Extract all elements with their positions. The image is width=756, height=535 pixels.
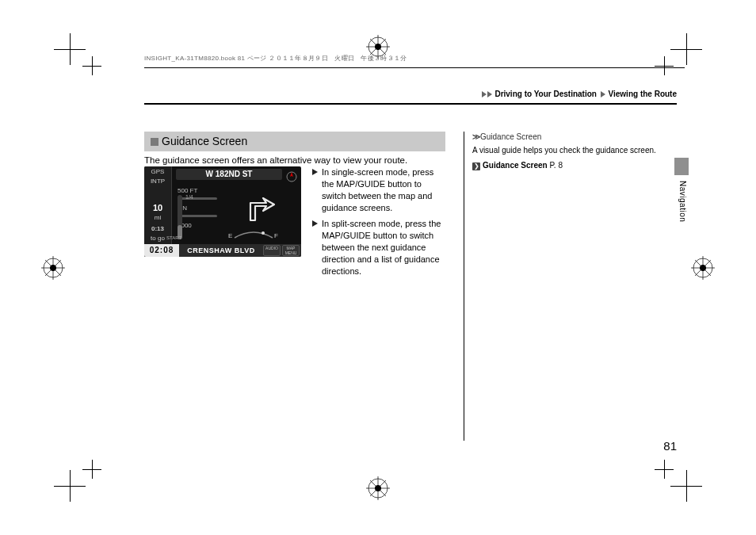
trip-distance-unit: mi	[144, 215, 171, 222]
progress-bottom-label: START	[166, 235, 181, 240]
scale-panel: 500 FT ON 1000	[178, 187, 217, 232]
trip-distance-value: 10	[144, 203, 171, 212]
trip-info-panel: GPS INTP 10 mi 0:13 to go	[144, 166, 172, 257]
crop-mark-icon	[82, 460, 101, 479]
registration-mark-icon	[691, 256, 715, 280]
square-bullet-icon	[151, 138, 158, 146]
gauge-e-label: E	[228, 232, 232, 239]
progress-bar: 1/4 START	[178, 195, 182, 239]
crop-mark-icon	[670, 470, 702, 502]
note-title: ≫Guidance Screen	[472, 132, 666, 143]
instruction-list: In single-screen mode, press the MAP/GUI…	[312, 166, 445, 282]
list-item: In single-screen mode, press the MAP/GUI…	[312, 166, 445, 213]
triangle-bullet-icon	[312, 220, 318, 227]
section-heading-text: Guidance Screen	[162, 135, 247, 147]
gauge-f-label: F	[274, 232, 278, 239]
crop-mark-icon	[655, 460, 674, 479]
note-link-text: Guidance Screen	[483, 161, 548, 170]
note-link-page: P. 8	[549, 161, 563, 170]
list-item-text: In split-screen mode, press the MAP/GUID…	[322, 219, 441, 275]
note-column: ≫Guidance Screen A visual guide helps yo…	[464, 132, 666, 441]
current-street: W 182ND ST	[176, 169, 282, 180]
crop-mark-icon	[54, 470, 86, 502]
breadcrumb: Driving to Your Destination Viewing the …	[482, 90, 677, 98]
divider	[144, 103, 677, 105]
guidance-screen-preview: GPS INTP 10 mi 0:13 to go W 182ND ST 500…	[144, 166, 301, 257]
registration-mark-icon	[366, 476, 390, 500]
triangle-bullet-icon	[312, 169, 318, 175]
clock: 02:08	[144, 244, 179, 257]
double-chevron-icon: ≫	[472, 132, 478, 143]
page-number: 81	[663, 439, 677, 453]
chevron-right-icon	[601, 91, 605, 97]
section-label: Navigation	[678, 181, 687, 222]
progress-top-label: 1/4	[185, 194, 193, 200]
breadcrumb-item: Driving to Your Destination	[494, 90, 597, 98]
road-name: CRENSHAW BLVD	[179, 246, 263, 254]
bottom-bar: 02:08 CRENSHAW BLVD AUDIO MAP MENU	[144, 244, 301, 257]
list-item: In split-screen mode, press the MAP/GUID…	[312, 218, 445, 277]
note-crossref: ❯Guidance Screen P. 8	[472, 160, 666, 171]
gps-label: GPS	[144, 169, 171, 176]
trip-eta: 0:13	[144, 226, 171, 233]
breadcrumb-item: Viewing the Route	[609, 90, 678, 98]
crop-mark-icon	[82, 56, 101, 75]
page-root: INSIGHT_KA-31TM8820.book 81 ページ ２０１１年８月９…	[0, 0, 756, 535]
link-icon: ❯	[472, 162, 480, 170]
intro-text: The guidance screen offers an alternativ…	[144, 155, 407, 165]
crop-mark-icon	[670, 33, 702, 65]
map-menu-button[interactable]: MAP MENU	[282, 245, 300, 256]
fuel-gauge: E F	[228, 230, 279, 239]
note-title-text: Guidance Screen	[480, 132, 541, 141]
audio-button[interactable]: AUDIO	[263, 245, 281, 256]
section-heading: Guidance Screen	[144, 132, 445, 151]
turn-right-icon	[242, 189, 279, 225]
list-item-text: In single-screen mode, press the MAP/GUI…	[322, 167, 433, 212]
thumb-tab	[674, 158, 689, 175]
scale-top: 500 FT	[178, 187, 197, 194]
svg-point-9	[262, 231, 265, 235]
chevron-right-icon	[482, 91, 487, 97]
registration-mark-icon	[41, 256, 65, 280]
divider	[144, 67, 685, 68]
compass-icon	[285, 170, 298, 184]
crop-mark-icon	[655, 56, 674, 75]
intp-label: INTP	[144, 178, 171, 185]
running-header: INSIGHT_KA-31TM8820.book 81 ページ ２０１１年８月９…	[144, 54, 407, 63]
note-body: A visual guide helps you check the guida…	[472, 145, 666, 156]
chevron-right-icon	[487, 91, 492, 97]
crop-mark-icon	[54, 33, 86, 65]
